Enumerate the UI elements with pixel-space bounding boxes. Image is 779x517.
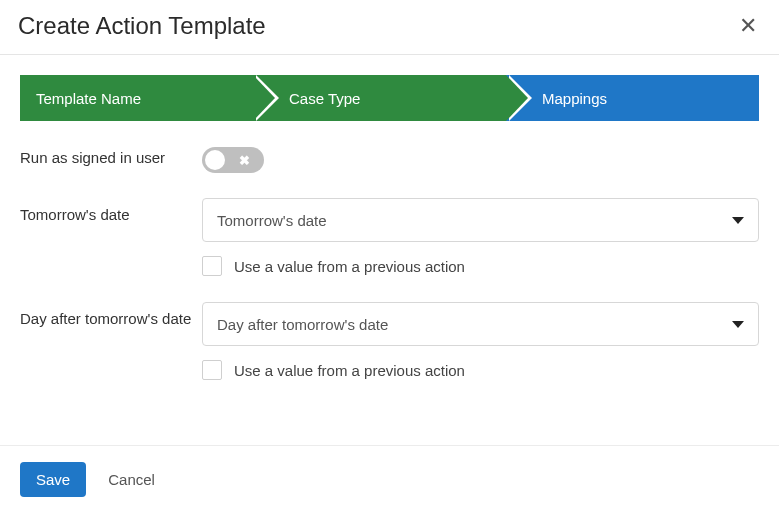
- use-prev-row-tomorrow: Use a value from a previous action: [202, 256, 759, 276]
- cancel-button[interactable]: Cancel: [104, 463, 159, 496]
- save-button[interactable]: Save: [20, 462, 86, 497]
- modal-footer: Save Cancel: [0, 445, 779, 517]
- step-label: Mappings: [542, 90, 607, 107]
- field-col-day-after: Day after tomorrow's date Use a value fr…: [202, 302, 759, 380]
- step-label: Template Name: [36, 90, 141, 107]
- step-label: Case Type: [289, 90, 360, 107]
- tomorrow-date-select[interactable]: Tomorrow's date: [202, 198, 759, 242]
- step-arrow-icon: [506, 75, 528, 121]
- use-prev-row-day-after: Use a value from a previous action: [202, 360, 759, 380]
- select-value: Day after tomorrow's date: [217, 316, 388, 333]
- run-as-row: Run as signed in user ✖: [20, 147, 759, 176]
- field-row-tomorrow: Tomorrow's date Tomorrow's date Use a va…: [20, 198, 759, 276]
- step-arrow-icon: [253, 75, 275, 121]
- field-col-tomorrow: Tomorrow's date Use a value from a previ…: [202, 198, 759, 276]
- day-after-date-select[interactable]: Day after tomorrow's date: [202, 302, 759, 346]
- use-prev-label: Use a value from a previous action: [234, 362, 465, 379]
- toggle-knob-icon: [205, 150, 225, 170]
- use-prev-checkbox-day-after[interactable]: [202, 360, 222, 380]
- modal-header: Create Action Template ✕: [0, 0, 779, 55]
- select-value: Tomorrow's date: [217, 212, 327, 229]
- close-icon: ✕: [739, 13, 757, 38]
- create-action-template-modal: Create Action Template ✕ Template Name C…: [0, 0, 779, 517]
- step-breadcrumb: Template Name Case Type Mappings: [20, 75, 759, 121]
- step-case-type[interactable]: Case Type: [253, 75, 506, 121]
- use-prev-label: Use a value from a previous action: [234, 258, 465, 275]
- run-as-field: ✖: [202, 147, 759, 176]
- step-mappings[interactable]: Mappings: [506, 75, 759, 121]
- step-template-name[interactable]: Template Name: [20, 75, 253, 121]
- chevron-down-icon: [732, 321, 744, 328]
- run-as-toggle[interactable]: ✖: [202, 147, 264, 173]
- field-label-day-after: Day after tomorrow's date: [20, 302, 202, 327]
- chevron-down-icon: [732, 217, 744, 224]
- toggle-off-icon: ✖: [239, 153, 250, 168]
- use-prev-checkbox-tomorrow[interactable]: [202, 256, 222, 276]
- field-row-day-after: Day after tomorrow's date Day after tomo…: [20, 302, 759, 380]
- run-as-label: Run as signed in user: [20, 147, 202, 166]
- close-button[interactable]: ✕: [735, 13, 761, 39]
- modal-title: Create Action Template: [18, 12, 266, 40]
- field-label-tomorrow: Tomorrow's date: [20, 198, 202, 223]
- modal-body: Template Name Case Type Mappings Run as …: [0, 55, 779, 445]
